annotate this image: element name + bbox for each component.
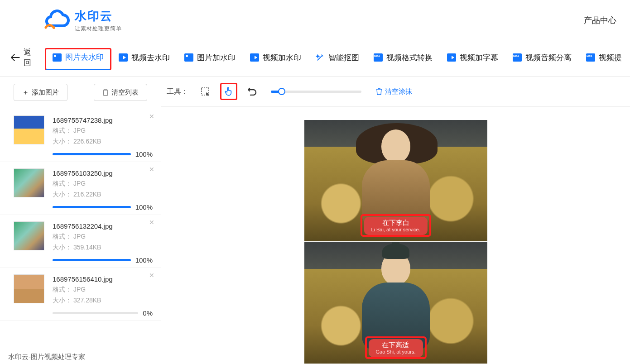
button-label: 清空列表: [111, 88, 139, 97]
preview-image: 在下李白 Li Bai, at your service. 在下高适: [304, 120, 487, 364]
product-center-link[interactable]: 产品中心: [584, 15, 616, 26]
file-format: 格式： JPG: [53, 286, 153, 294]
canvas-stage[interactable]: 在下李白 Li Bai, at your service. 在下高适: [161, 107, 630, 364]
file-item[interactable]: 1689756103250.jpg格式： JPG大小： 216.22KB100%…: [0, 162, 161, 215]
app-header: 水印云 让素材处理更简单 产品中心: [0, 0, 630, 37]
file-format: 格式： JPG: [53, 127, 153, 135]
file-size: 大小： 359.14KB: [53, 244, 153, 252]
tab-label: 视频格式转换: [386, 53, 433, 63]
tab-label: 视频加水印: [263, 53, 301, 63]
file-size: 大小： 327.28KB: [53, 297, 153, 305]
tab-label: 图片去水印: [65, 52, 104, 62]
plus-icon: ＋: [22, 88, 29, 97]
tool-brush-select[interactable]: [220, 83, 237, 100]
mp4-icon: [586, 53, 595, 62]
tool-rectangle-select[interactable]: [197, 83, 214, 100]
video-icon: [447, 53, 456, 62]
tab-video-format-convert[interactable]: 视频格式转换: [366, 49, 440, 71]
file-progress-bar: [53, 153, 131, 155]
file-meta: 1689755747238.jpg格式： JPG大小： 226.62KB100%: [53, 115, 153, 158]
tab-bar: 返回 图片去水印 视频去水印 图片加水印 视频加水印 智能抠图 视频格式转换 视…: [0, 37, 630, 77]
file-progress-pct: 100%: [135, 256, 153, 264]
file-sidebar: ＋ 添加图片 清空列表 1689755747238.jpg格式： JPG大小： …: [0, 77, 161, 364]
canvas-toolbar: 工具： 清空涂抹: [161, 77, 630, 107]
arrow-left-icon: [11, 54, 20, 61]
wand-icon: [316, 53, 325, 62]
caption-zh: 在下李白: [371, 219, 420, 227]
slider-handle[interactable]: [278, 88, 285, 95]
file-progress-bar: [53, 312, 138, 314]
rect-select-icon: [201, 87, 210, 96]
preview-pane-top: 在下李白 Li Bai, at your service.: [304, 120, 487, 241]
trash-icon: [376, 88, 382, 95]
file-progress-pct: 0%: [143, 309, 153, 317]
caption-highlight-box: 在下李白 Li Bai, at your service.: [360, 214, 431, 237]
file-item[interactable]: 1689756156410.jpg格式： JPG大小： 327.28KB0%✕: [0, 268, 161, 321]
tab-image-add-watermark[interactable]: 图片加水印: [177, 49, 243, 71]
file-thumbnail: [14, 115, 44, 144]
tab-video-audio-split[interactable]: 视频音频分离: [505, 49, 579, 71]
subtitle-bubble: 在下高适 Gao Shi, at yours.: [368, 339, 423, 357]
video-icon: [119, 53, 128, 62]
file-item[interactable]: 1689756132204.jpg格式： JPG大小： 359.14KB100%…: [0, 215, 161, 268]
tab-video-remove-watermark[interactable]: 视频去水印: [111, 49, 177, 71]
tab-label: 图片加水印: [197, 53, 236, 63]
tab-label: 视频音频分离: [525, 53, 572, 63]
file-remove-button[interactable]: ✕: [149, 113, 154, 120]
add-image-button[interactable]: ＋ 添加图片: [14, 84, 67, 101]
tab-video-add-subtitle[interactable]: 视频加字幕: [440, 49, 505, 71]
file-name: 1689756132204.jpg: [53, 222, 153, 230]
clear-list-button[interactable]: 清空列表: [94, 84, 147, 101]
undo-icon: [248, 87, 257, 96]
file-progress-row: 100%: [53, 150, 153, 158]
tab-label: 视频提: [599, 53, 622, 63]
file-thumbnail: [14, 221, 44, 250]
image-icon: [184, 53, 193, 62]
file-remove-button[interactable]: ✕: [149, 219, 154, 226]
file-item[interactable]: 1689755747238.jpg格式： JPG大小： 226.62KB100%…: [0, 109, 161, 162]
tab-image-remove-watermark[interactable]: 图片去水印: [45, 48, 111, 70]
tab-video-add-watermark[interactable]: 视频加水印: [243, 49, 308, 71]
file-size: 大小： 226.62KB: [53, 138, 153, 146]
button-label: 添加图片: [32, 88, 59, 97]
caption-zh: 在下高适: [375, 341, 415, 350]
footer-text: 水印云-图片视频处理专家: [8, 353, 85, 361]
svg-point-0: [53, 26, 55, 29]
logo-text: 水印云 让素材处理更简单: [75, 8, 122, 33]
file-meta: 1689756156410.jpg格式： JPG大小： 327.28KB0%: [53, 274, 153, 317]
file-name: 1689756156410.jpg: [53, 275, 153, 283]
back-label: 返回: [24, 47, 38, 68]
caption-en: Gao Shi, at yours.: [375, 349, 415, 354]
file-size: 大小： 216.22KB: [53, 191, 153, 199]
file-meta: 1689756132204.jpg格式： JPG大小： 359.14KB100%: [53, 221, 153, 264]
file-thumbnail: [14, 168, 44, 197]
mp4-icon: [374, 53, 383, 62]
clear-strokes-button[interactable]: 清空涂抹: [376, 87, 412, 96]
caption-en: Li Bai, at your service.: [371, 227, 420, 232]
file-name: 1689756103250.jpg: [53, 169, 153, 177]
brush-size-slider[interactable]: [271, 91, 361, 93]
mp4-icon: [513, 53, 522, 62]
file-name: 1689755747238.jpg: [53, 116, 153, 124]
caption-highlight-box: 在下高适 Gao Shi, at yours.: [365, 336, 426, 359]
button-label: 清空涂抹: [385, 87, 412, 96]
image-icon: [53, 53, 62, 62]
file-meta: 1689756103250.jpg格式： JPG大小： 216.22KB100%: [53, 168, 153, 211]
file-progress-bar: [53, 259, 131, 261]
file-list: 1689755747238.jpg格式： JPG大小： 226.62KB100%…: [0, 109, 161, 321]
file-remove-button[interactable]: ✕: [149, 272, 154, 279]
tool-undo[interactable]: [244, 83, 261, 100]
file-progress-row: 0%: [53, 309, 153, 317]
tab-video-extract[interactable]: 视频提: [579, 49, 622, 71]
file-format: 格式： JPG: [53, 233, 153, 241]
tab-label: 视频去水印: [131, 53, 170, 63]
back-button[interactable]: 返回: [8, 43, 45, 76]
file-remove-button[interactable]: ✕: [149, 166, 154, 173]
video-icon: [250, 53, 259, 62]
tab-smart-cutout[interactable]: 智能抠图: [308, 49, 366, 71]
trash-icon: [102, 89, 109, 96]
file-format: 格式： JPG: [53, 180, 153, 188]
sidebar-actions: ＋ 添加图片 清空列表: [0, 77, 161, 109]
tab-label: 智能抠图: [328, 53, 359, 63]
body-split: ＋ 添加图片 清空列表 1689755747238.jpg格式： JPG大小： …: [0, 77, 630, 364]
